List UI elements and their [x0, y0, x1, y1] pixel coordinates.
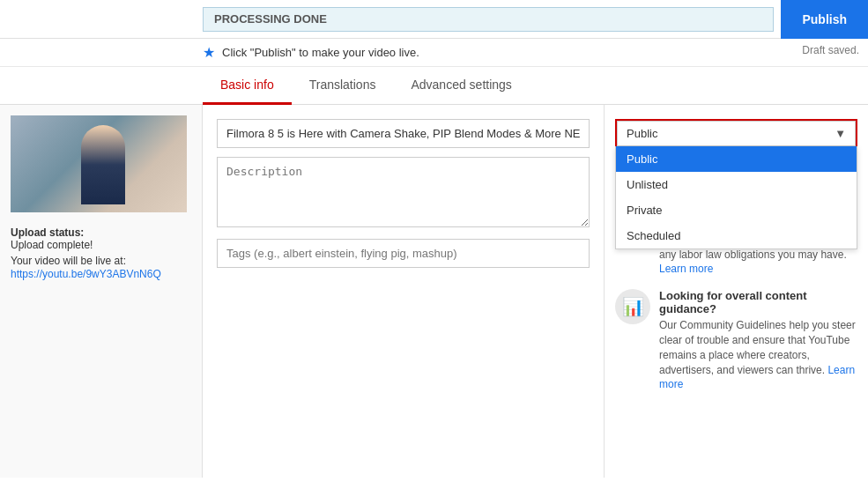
star-icon: ★: [203, 44, 215, 61]
thumbnail-image: [11, 115, 187, 212]
top-bar: PROCESSING DONE Publish: [0, 0, 868, 39]
description-textarea[interactable]: [217, 157, 590, 227]
chevron-down-icon: ▼: [835, 127, 846, 140]
video-thumbnail: [11, 115, 187, 212]
notification-text: Click "Publish" to make your video live.: [222, 46, 419, 59]
content-guidance-body: Our Community Guidelines help you steer …: [659, 318, 857, 392]
tags-input[interactable]: [217, 239, 590, 268]
option-private[interactable]: Private: [616, 197, 857, 223]
tab-advanced-settings[interactable]: Advanced settings: [393, 67, 529, 105]
processing-banner: PROCESSING DONE: [203, 7, 774, 32]
title-input[interactable]: [217, 119, 590, 148]
publish-button[interactable]: Publish: [781, 0, 868, 39]
upload-status-label: Upload status:: [11, 226, 191, 239]
option-scheduled[interactable]: Scheduled: [616, 223, 857, 248]
video-link[interactable]: https://youtu.be/9wY3ABVnN6Q: [11, 268, 161, 280]
draft-saved: Draft saved.: [802, 44, 859, 56]
processing-label: PROCESSING DONE: [214, 12, 327, 26]
upload-status-section: Upload status: Upload complete! Your vid…: [11, 226, 191, 280]
minors-learn-more[interactable]: Learn more: [659, 263, 713, 275]
content-guidance-title: Looking for overall content guidance?: [659, 289, 857, 315]
right-panel: Public ▼ Public Unlisted Private Schedul…: [604, 105, 868, 478]
visibility-container: Public ▼ Public Unlisted Private Schedul…: [615, 119, 857, 148]
tab-bar: Basic info Translations Advanced setting…: [0, 67, 868, 105]
visibility-select[interactable]: Public ▼: [617, 121, 856, 146]
option-unlisted[interactable]: Unlisted: [616, 172, 857, 197]
main-content: Upload status: Upload complete! Your vid…: [0, 105, 868, 478]
visibility-dropdown[interactable]: Public Unlisted Private Scheduled: [615, 146, 857, 249]
sidebar: Upload status: Upload complete! Your vid…: [0, 105, 203, 478]
info-card-content-guidance: 📊 Looking for overall content guidance? …: [615, 289, 857, 392]
upload-complete-text: Upload complete!: [11, 239, 191, 251]
visibility-selected-value: Public: [627, 127, 657, 140]
notification-bar: ★ Click "Publish" to make your video liv…: [0, 39, 868, 67]
content-guidance-icon: 📊: [615, 289, 650, 324]
option-public[interactable]: Public: [616, 146, 857, 172]
center-panel: [203, 105, 604, 478]
video-live-text: Your video will be live at:: [11, 255, 191, 267]
tab-basic-info[interactable]: Basic info: [203, 67, 292, 105]
tab-translations[interactable]: Translations: [292, 67, 394, 105]
